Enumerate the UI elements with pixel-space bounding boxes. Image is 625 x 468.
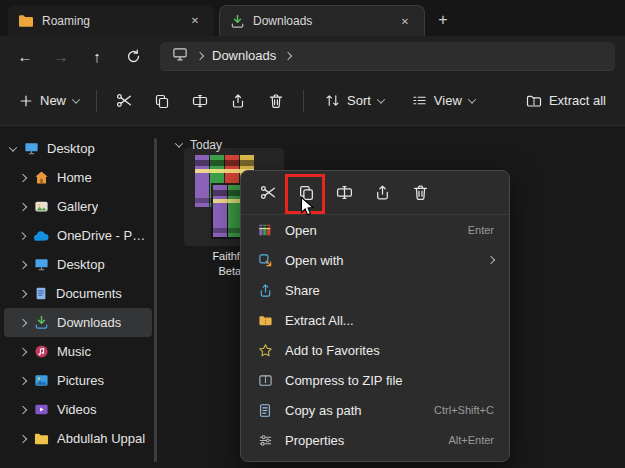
chevron-right-icon: [19, 434, 27, 442]
home-icon: [34, 170, 49, 185]
menu-item-copy-as-path[interactable]: Copy as path Ctrl+Shift+C: [246, 395, 504, 425]
submenu-chevron-icon: [487, 256, 495, 264]
sidebar-item-music[interactable]: Music: [4, 337, 152, 366]
mouse-cursor: [300, 196, 316, 222]
sidebar-item-desktop[interactable]: Desktop: [4, 250, 152, 279]
open-with-icon: [256, 253, 274, 268]
zip-icon: [256, 373, 274, 388]
sidebar-item-downloads[interactable]: Downloads: [4, 308, 152, 337]
close-icon[interactable]: ✕: [396, 12, 414, 30]
sidebar-item-gallery[interactable]: Gallery: [4, 192, 152, 221]
scissors-icon: [260, 184, 277, 201]
back-button[interactable]: ←: [10, 41, 40, 71]
chevron-down-icon: [468, 95, 476, 103]
chevron-right-icon: [284, 51, 292, 59]
cut-button[interactable]: [251, 176, 285, 210]
delete-button[interactable]: [257, 84, 295, 118]
tab-roaming[interactable]: Roaming ✕: [8, 5, 214, 36]
command-toolbar: New Sort View E: [0, 76, 625, 126]
close-icon[interactable]: ✕: [186, 12, 204, 30]
navigation-pane: Desktop Home Gallery OneDrive - Personal: [0, 126, 160, 468]
share-icon: [230, 93, 246, 109]
context-menu: Open Enter Open with Share Extract All..…: [240, 170, 510, 462]
breadcrumb[interactable]: Downloads: [212, 48, 276, 63]
menu-item-open-with[interactable]: Open with: [246, 245, 504, 275]
delete-button[interactable]: [403, 176, 437, 210]
menu-item-add-to-favorites[interactable]: Add to Favorites: [246, 335, 504, 365]
sidebar-item-abdullah-uppal[interactable]: Abdullah Uppal: [4, 424, 152, 453]
cut-button[interactable]: [105, 84, 143, 118]
menu-item-properties[interactable]: Properties Alt+Enter: [246, 425, 504, 455]
chevron-right-icon: [19, 202, 27, 210]
copy-path-icon: [256, 403, 274, 418]
chevron-down-icon: [377, 95, 385, 103]
sidebar-item-desktop-root[interactable]: Desktop: [4, 134, 152, 163]
refresh-button[interactable]: [118, 41, 148, 71]
tab-bar: Roaming ✕ Downloads ✕ +: [0, 0, 625, 36]
new-button[interactable]: New: [10, 84, 88, 118]
videos-icon: [34, 402, 49, 417]
plus-icon: [19, 94, 33, 108]
menu-item-open[interactable]: Open Enter: [246, 215, 504, 245]
view-button[interactable]: View: [403, 84, 484, 118]
folder-icon: [18, 14, 34, 28]
menu-item-extract-all[interactable]: Extract All...: [246, 305, 504, 335]
sidebar-item-onedrive[interactable]: OneDrive - Personal: [4, 221, 152, 250]
share-button[interactable]: [219, 84, 257, 118]
chevron-right-icon: [19, 347, 27, 355]
download-icon: [230, 14, 245, 29]
sidebar-item-documents[interactable]: Documents: [4, 279, 152, 308]
monitor-icon: [24, 141, 39, 156]
chevron-right-icon: [196, 51, 204, 59]
tab-title: Roaming: [42, 14, 178, 28]
chevron-right-icon: [19, 173, 27, 181]
tab-downloads[interactable]: Downloads ✕: [219, 5, 425, 36]
up-button[interactable]: ↑: [82, 41, 112, 71]
sidebar-scrollbar[interactable]: [154, 138, 157, 462]
star-icon: [256, 343, 274, 358]
chevron-down-icon: [9, 143, 17, 151]
rename-icon: [192, 93, 208, 109]
share-icon: [256, 283, 274, 298]
context-menu-icon-row: [241, 171, 509, 215]
chevron-right-icon: [19, 260, 27, 268]
chevron-right-icon: [19, 405, 27, 413]
rename-icon: [336, 184, 353, 201]
rename-button[interactable]: [327, 176, 361, 210]
winrar-icon: [256, 223, 274, 237]
sidebar-item-home[interactable]: Home: [4, 163, 152, 192]
forward-button[interactable]: →: [46, 41, 76, 71]
this-pc-icon: [172, 47, 188, 65]
tab-title: Downloads: [253, 14, 388, 28]
chevron-down-icon: [72, 95, 80, 103]
sort-button[interactable]: Sort: [316, 84, 393, 118]
navigation-bar: ← → ↑ Downloads: [0, 36, 625, 76]
chevron-right-icon: [19, 232, 27, 240]
gallery-icon: [34, 199, 49, 214]
menu-item-compress-zip[interactable]: Compress to ZIP file: [246, 365, 504, 395]
chevron-right-icon: [19, 289, 27, 297]
music-icon: [34, 344, 49, 359]
copy-button[interactable]: [143, 84, 181, 118]
file-explorer-window: Roaming ✕ Downloads ✕ + ← → ↑ Downloads: [0, 0, 625, 468]
extract-all-button[interactable]: Extract all: [517, 84, 615, 118]
share-button[interactable]: [365, 176, 399, 210]
sidebar-item-videos[interactable]: Videos: [4, 395, 152, 424]
menu-item-share[interactable]: Share: [246, 275, 504, 305]
address-bar[interactable]: Downloads: [160, 42, 615, 71]
rename-button[interactable]: [181, 84, 219, 118]
toolbar-divider: [96, 90, 97, 112]
trash-icon: [268, 93, 284, 109]
document-icon: [34, 286, 48, 301]
chevron-right-icon: [19, 318, 27, 326]
download-icon: [34, 315, 49, 330]
new-tab-button[interactable]: +: [430, 8, 456, 32]
chevron-down-icon: [175, 139, 183, 147]
sidebar-item-pictures[interactable]: Pictures: [4, 366, 152, 395]
extract-icon: [256, 313, 274, 328]
share-icon: [374, 184, 391, 201]
scissors-icon: [116, 92, 133, 109]
cloud-icon: [33, 230, 49, 242]
pictures-icon: [34, 373, 49, 388]
monitor-icon: [34, 257, 49, 272]
